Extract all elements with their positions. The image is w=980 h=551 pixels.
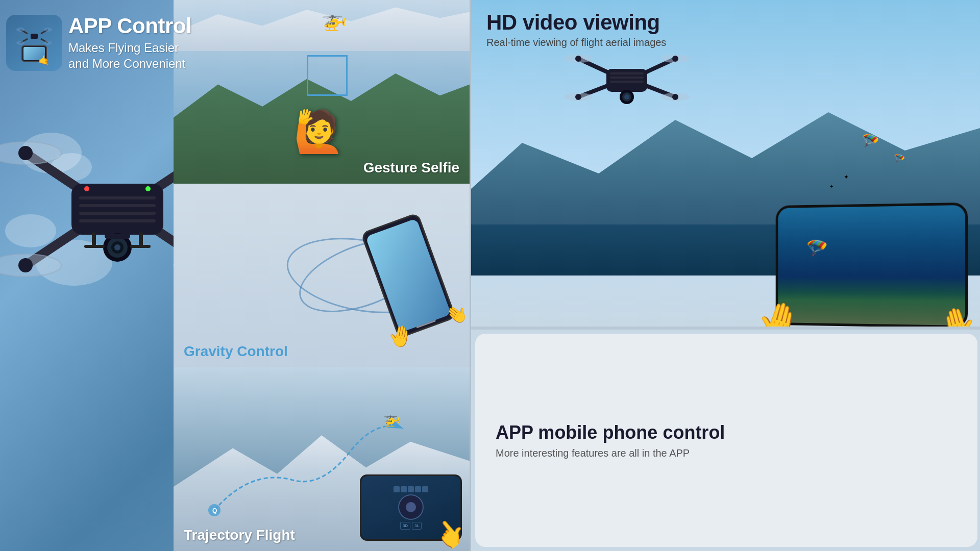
app-icon: 🤙 — [6, 15, 62, 71]
screen-paraglider: 🪂 — [805, 236, 830, 260]
app-control-subtitle: Makes Flying Easierand More Convenient — [68, 40, 191, 71]
svg-rect-22 — [79, 196, 156, 199]
app-control-title: APP Control — [68, 14, 191, 38]
hd-phone-display: 🪂 — [778, 205, 965, 325]
app-control-header: 🤙 APP Control Makes Flying Easierand Mor… — [6, 14, 191, 72]
trajectory-joystick — [398, 494, 424, 520]
gravity-label: Gravity Control — [184, 343, 288, 360]
app-mobile-title: APP mobile phone control — [496, 422, 957, 443]
bird-1: ✦ — [844, 173, 849, 181]
svg-rect-30 — [105, 234, 130, 239]
svg-rect-54 — [610, 72, 644, 74]
hd-drone-svg — [563, 46, 691, 107]
hd-video-subtitle: Real-time viewing of flight aerial image… — [486, 37, 666, 48]
svg-point-19 — [18, 258, 33, 272]
trajectory-flight-panel: Q 🚁 — [174, 367, 470, 551]
gravity-control-panel: 🤚 🤚 Gravity Control — [174, 184, 470, 367]
svg-rect-0 — [31, 34, 38, 39]
hd-phone-container: 🪂 🤚 🤚 — [772, 204, 966, 327]
gesture-selfie-panel: 🙋 🚁 Gesture Selfie — [174, 0, 470, 184]
svg-point-5 — [16, 28, 24, 32]
hd-drone-image — [563, 46, 691, 109]
bird-2: ✦ — [829, 184, 834, 189]
person-figure: 🙋 — [293, 108, 345, 156]
svg-rect-35 — [84, 245, 105, 248]
right-panel: HD video viewing Real-time viewing of fl… — [471, 0, 980, 551]
panel-drone-small: 🚁 — [322, 8, 347, 32]
target-frame — [307, 55, 348, 96]
app-mobile-section: APP mobile phone control More interestin… — [475, 334, 977, 547]
paraglider-1: 🪂 — [862, 133, 879, 149]
svg-point-50 — [672, 56, 678, 62]
svg-point-7 — [16, 41, 24, 45]
hd-video-title: HD video viewing — [486, 10, 666, 35]
svg-point-8 — [44, 41, 52, 45]
hand-left: 🤚 — [386, 322, 415, 350]
app-mobile-subtitle: More interesting features are all in the… — [496, 447, 957, 459]
svg-text:Q: Q — [212, 507, 217, 514]
drone-mini-icon — [16, 24, 52, 47]
section-separator — [471, 327, 980, 330]
svg-rect-21 — [71, 184, 163, 235]
svg-text:🚁: 🚁 — [383, 410, 401, 427]
paraglider-2: 🪂 — [894, 153, 905, 164]
svg-rect-25 — [79, 219, 156, 222]
svg-point-59 — [624, 94, 629, 99]
svg-point-29 — [114, 244, 120, 251]
svg-point-6 — [44, 28, 52, 32]
feature-panels: 🙋 🚁 Gesture Selfie — [174, 0, 470, 551]
gesture-label: Gesture Selfie — [363, 160, 459, 176]
svg-point-17 — [18, 146, 33, 160]
svg-point-31 — [84, 186, 89, 191]
left-panel: 🤙 APP Control Makes Flying Easierand Mor… — [0, 0, 470, 551]
hd-video-title-block: HD video viewing Real-time viewing of fl… — [486, 10, 666, 48]
svg-rect-53 — [606, 69, 647, 92]
trajectory-label: Trajectory Flight — [184, 527, 295, 543]
svg-rect-55 — [610, 77, 644, 79]
svg-rect-36 — [130, 245, 151, 248]
svg-point-51 — [575, 94, 581, 100]
app-control-text: APP Control Makes Flying Easierand More … — [68, 14, 191, 72]
svg-point-49 — [575, 56, 581, 62]
svg-rect-56 — [610, 81, 644, 83]
svg-point-32 — [145, 186, 151, 191]
svg-point-52 — [672, 94, 678, 100]
svg-rect-23 — [79, 204, 156, 207]
svg-rect-24 — [79, 212, 156, 215]
hd-video-section: HD video viewing Real-time viewing of fl… — [471, 0, 980, 327]
